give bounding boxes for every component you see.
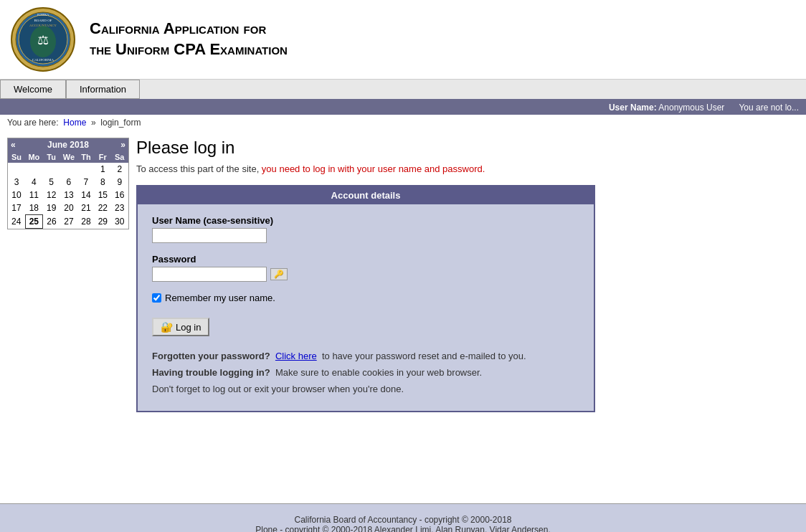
account-details-box: Account details User Name (case-sensitiv… — [136, 185, 595, 412]
calendar-day[interactable]: 3 — [8, 176, 25, 189]
remember-me-label: Remember my user name. — [165, 293, 275, 303]
navigation-bar: Welcome Information — [0, 80, 806, 100]
page-title: Please log in — [136, 138, 799, 158]
calendar-day[interactable]: 17 — [8, 201, 25, 215]
calendar-next[interactable]: » — [120, 140, 125, 150]
calendar-day[interactable]: 4 — [25, 176, 43, 189]
footer-line2: Plone - copyright © 2000-2018 Alexander … — [11, 525, 795, 532]
calendar-day[interactable]: 23 — [111, 201, 128, 215]
calendar-day[interactable]: 8 — [95, 176, 111, 189]
main-layout: « June 2018 » SuMoTuWeThFrSa 12345678910… — [0, 130, 806, 489]
calendar-day[interactable]: 18 — [25, 201, 43, 215]
calendar-day — [43, 163, 60, 176]
calendar-day[interactable]: 13 — [60, 189, 78, 201]
breadcrumb-home[interactable]: Home — [63, 118, 86, 128]
svg-text:CALIFORNIA: CALIFORNIA — [32, 58, 54, 62]
calendar-day[interactable]: 28 — [77, 215, 94, 229]
calendar-day[interactable]: 30 — [111, 215, 128, 229]
password-label: Password — [152, 254, 579, 265]
remember-me-row: Remember my user name. — [152, 293, 579, 303]
footer: California Board of Accountancy - copyri… — [0, 503, 806, 532]
password-reveal-button[interactable]: 🔑 — [270, 268, 288, 280]
calendar-day[interactable]: 5 — [43, 176, 60, 189]
calendar-day[interactable]: 14 — [77, 189, 94, 201]
calendar-day — [8, 163, 25, 176]
svg-text:⚖: ⚖ — [37, 33, 49, 47]
calendar-day[interactable]: 11 — [25, 189, 43, 201]
logo: BOARD OF ACCOUNTANCY CALIFORNIA EUREKA ⚖ — [11, 7, 75, 72]
calendar-month: June 2018 — [47, 140, 89, 150]
login-button-label: Log in — [176, 322, 201, 333]
intro-text: To access this part of the site, you nee… — [136, 163, 799, 174]
login-status: You are not lo... — [739, 103, 799, 113]
calendar-day[interactable]: 25 — [25, 215, 43, 229]
calendar-day[interactable]: 15 — [95, 189, 111, 201]
password-row: 🔑 — [152, 267, 579, 282]
account-box-header: Account details — [138, 186, 594, 204]
calendar-day[interactable]: 7 — [77, 176, 94, 189]
calendar-prev[interactable]: « — [11, 140, 16, 150]
password-input[interactable] — [152, 267, 267, 282]
forgot-password-link[interactable]: Click here — [275, 351, 317, 361]
nav-tab-welcome[interactable]: Welcome — [0, 80, 66, 99]
calendar-day[interactable]: 10 — [8, 189, 25, 201]
svg-text:BOARD OF: BOARD OF — [34, 19, 52, 22]
username-label: User Name (case-sensitive) — [152, 215, 579, 226]
calendar-day[interactable]: 21 — [77, 201, 94, 215]
trouble-text: Having trouble logging in? Make sure to … — [152, 367, 579, 378]
calendar-day[interactable]: 16 — [111, 189, 128, 201]
calendar-day[interactable]: 22 — [95, 201, 111, 215]
page-header: BOARD OF ACCOUNTANCY CALIFORNIA EUREKA ⚖… — [0, 0, 806, 80]
user-bar: User Name: Anonymous User You are not lo… — [0, 100, 806, 115]
footer-line1: California Board of Accountancy - copyri… — [11, 515, 795, 525]
login-button[interactable]: 🔐 Log in — [152, 318, 209, 336]
login-icon: 🔐 — [161, 321, 173, 333]
remember-me-checkbox[interactable] — [152, 293, 161, 303]
username-display: User Name: Anonymous User — [609, 103, 724, 113]
calendar-header: « June 2018 » — [8, 138, 128, 151]
calendar-day[interactable]: 1 — [95, 163, 111, 176]
username-field-group: User Name (case-sensitive) — [152, 215, 579, 243]
calendar-day[interactable]: 2 — [111, 163, 128, 176]
breadcrumb-current: login_form — [100, 118, 141, 128]
calendar-day[interactable]: 6 — [60, 176, 78, 189]
calendar-day[interactable]: 19 — [43, 201, 60, 215]
calendar-grid: SuMoTuWeThFrSa 1234567891011121314151617… — [8, 151, 128, 229]
logout-reminder: Don't forget to log out or exit your bro… — [152, 384, 579, 394]
forgot-password-text: Forgotten your password? Click here to h… — [152, 351, 579, 361]
sidebar: « June 2018 » SuMoTuWeThFrSa 12345678910… — [7, 138, 129, 482]
username-input[interactable] — [152, 228, 267, 243]
calendar-day[interactable]: 9 — [111, 176, 128, 189]
calendar-day — [60, 163, 78, 176]
svg-text:EUREKA: EUREKA — [37, 13, 49, 16]
calendar-day — [25, 163, 43, 176]
calendar-day[interactable]: 24 — [8, 215, 25, 229]
calendar-day[interactable]: 29 — [95, 215, 111, 229]
password-field-group: Password 🔑 — [152, 254, 579, 282]
calendar-day[interactable]: 27 — [60, 215, 78, 229]
breadcrumb: You are here: Home » login_form — [0, 115, 806, 130]
nav-tab-information[interactable]: Information — [66, 80, 140, 99]
content-area: Please log in To access this part of the… — [136, 138, 799, 482]
account-box-body: User Name (case-sensitive) Password 🔑 Re… — [138, 204, 594, 411]
calendar-day[interactable]: 26 — [43, 215, 60, 229]
calendar-day[interactable]: 20 — [60, 201, 78, 215]
site-title: California Application for the Uniform C… — [90, 19, 288, 60]
calendar-day — [77, 163, 94, 176]
calendar: « June 2018 » SuMoTuWeThFrSa 12345678910… — [7, 138, 129, 229]
calendar-day[interactable]: 12 — [43, 189, 60, 201]
